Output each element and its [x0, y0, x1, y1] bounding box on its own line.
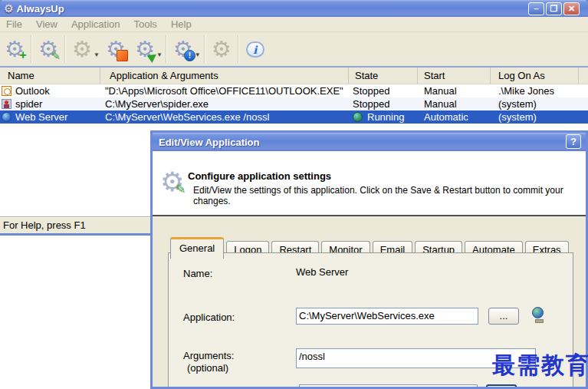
minimize-button[interactable]: –: [528, 2, 544, 15]
menu-view[interactable]: View: [29, 18, 64, 30]
help-button[interactable]: ?: [566, 134, 581, 149]
toolbar-separator: [238, 35, 239, 63]
arguments-optional-label: (optional): [187, 362, 228, 374]
column-header-application[interactable]: Application & Arguments: [100, 68, 349, 84]
toolbar-separator: [64, 35, 66, 63]
gear-stop-icon[interactable]: ⚙: [101, 35, 130, 63]
maximize-button[interactable]: ❒: [546, 2, 562, 15]
gear-start-icon[interactable]: ⚙: [130, 35, 159, 63]
table-row-spider[interactable]: spider C:\MyServer\spider.exe Stopped Ma…: [0, 97, 588, 110]
running-status-icon: [353, 112, 363, 122]
toolbar-separator: [166, 35, 167, 63]
gear-settings-disabled-icon: ⚙: [207, 35, 236, 63]
dialog-header: ⚙ ✎ Configure application settings Edit/…: [153, 151, 586, 215]
watermark-text: 最需教育: [492, 350, 588, 381]
name-label: Name:: [183, 268, 212, 279]
gear-report-icon[interactable]: ⚙!: [169, 35, 198, 63]
dialog-titlebar[interactable]: Edit/View Application ?: [153, 133, 586, 151]
status-text: For Help, press F1: [3, 219, 86, 231]
toolbar-separator: [204, 35, 205, 63]
menu-application[interactable]: Application: [64, 18, 127, 30]
partial-bottom-browse-button[interactable]: [486, 384, 517, 389]
menu-file[interactable]: File: [0, 18, 29, 30]
pencil-icon: ✎: [176, 182, 186, 196]
close-button[interactable]: ✕: [563, 2, 580, 15]
outlook-icon: [2, 86, 11, 96]
menu-tools[interactable]: Tools: [127, 18, 164, 30]
gear-remove-disabled-icon: ⚙: [67, 35, 97, 63]
gear-edit-icon[interactable]: ⚙✎: [34, 35, 63, 63]
application-label: Application:: [183, 312, 235, 323]
menu-help[interactable]: Help: [164, 18, 199, 30]
arguments-label: Arguments:: [183, 350, 234, 361]
screen: ⚙ AlwaysUp – ❒ ✕ File View Application T…: [0, 0, 588, 389]
window-title: AlwaysUp: [17, 3, 64, 15]
titlebar[interactable]: ⚙ AlwaysUp – ❒ ✕: [0, 0, 588, 17]
dialog-title: Edit/View Application: [159, 137, 259, 148]
dialog-header-title: Configure application settings: [188, 170, 331, 182]
column-header-name[interactable]: Name: [0, 68, 100, 84]
info-balloon-icon[interactable]: i: [241, 35, 270, 63]
list-header: Name Application & Arguments State Start…: [0, 68, 588, 84]
name-value: Web Server: [296, 266, 348, 278]
toolbar: ⚙+ ⚙✎ ⚙ ▼ ⚙ ⚙ ▼ ⚙! ▼ ⚙: [0, 32, 588, 66]
globe-picker-icon[interactable]: [532, 307, 544, 318]
table-row-webserver-selected[interactable]: Web Server C:\MyServer\WebServices.exe /…: [0, 110, 588, 124]
gear-app-icon: ⚙: [4, 2, 14, 15]
partial-bottom-input[interactable]: [299, 384, 478, 389]
column-header-start[interactable]: Start: [418, 68, 491, 84]
table-row-outlook[interactable]: Outlook "D:\Apps\Microsoft Office\OFFICE…: [0, 84, 588, 97]
menubar: File View Application Tools Help: [0, 17, 588, 32]
browse-application-button[interactable]: ...: [488, 308, 519, 325]
dialog-header-subtitle: Edit/View the settings of this applicati…: [193, 185, 586, 206]
globe-icon: [2, 112, 11, 122]
toolbar-separator: [31, 35, 32, 63]
column-header-logonas[interactable]: Log On As: [491, 68, 579, 84]
application-input[interactable]: C:\MyServer\WebServices.exe: [296, 308, 478, 325]
spider-icon: [2, 99, 11, 109]
gear-add-icon[interactable]: ⚙+: [0, 35, 29, 63]
tab-general[interactable]: General: [170, 237, 224, 259]
column-header-state[interactable]: State: [349, 68, 418, 84]
